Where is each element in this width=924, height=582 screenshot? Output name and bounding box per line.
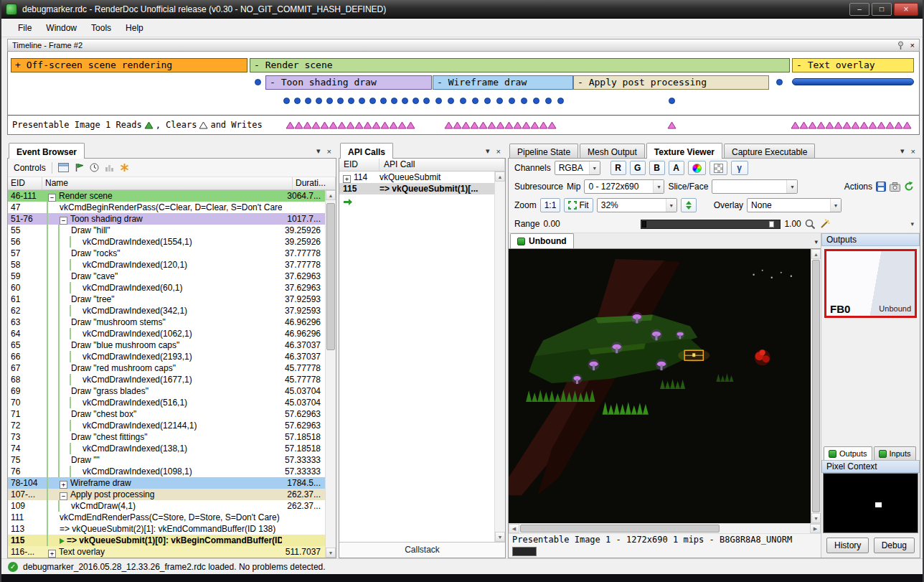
event-row[interactable]: 51-76−Toon shading draw1017.7... (8, 213, 325, 225)
event-row[interactable]: 73Draw "chest fittings"57.18518 (8, 431, 325, 443)
api-call-row[interactable]: 115=> vkQueueSubmit(1)[... (339, 183, 494, 194)
event-row[interactable]: 56vkCmdDrawIndexed(1554,1)39.25926 (8, 236, 325, 248)
text-overlay-events-bar[interactable] (792, 78, 914, 85)
bookmark-asterisk-icon[interactable] (120, 163, 129, 172)
magnifier-icon[interactable] (805, 219, 816, 230)
scrollbar-thumb[interactable] (326, 203, 335, 350)
timeline-canvas[interactable]: Presentable Image 1 Reads, Clearsand Wri… (7, 52, 920, 135)
draw-event-dot[interactable] (776, 79, 783, 85)
close-icon[interactable]: × (496, 147, 501, 156)
draw-event-dot[interactable] (484, 98, 491, 104)
tab-mesh-output[interactable]: Mesh Output (580, 144, 645, 158)
api-calls-scrollbar[interactable]: ▲ ▼ (494, 172, 505, 542)
draw-event-dot[interactable] (402, 98, 408, 104)
event-row[interactable]: 78-104+Wireframe draw1784.5... (8, 477, 325, 489)
draw-event-dot[interactable] (545, 98, 552, 104)
event-row[interactable]: 64vkCmdDrawIndexed(1062,1)46.96296 (8, 328, 325, 339)
refresh-icon[interactable] (904, 182, 914, 192)
event-row[interactable]: 109vkCmdDraw(4,1)262.37... (8, 500, 325, 512)
scroll-down-icon[interactable]: ▼ (811, 513, 821, 523)
time-durations-clock-icon[interactable] (90, 163, 99, 172)
write-triangle-icon[interactable] (547, 121, 557, 129)
channel-g-button[interactable]: G (630, 161, 646, 175)
timeline-subsection[interactable]: - Apply post processing (573, 75, 769, 90)
scroll-up-icon[interactable]: ▲ (811, 249, 821, 259)
draw-event-dot[interactable] (316, 98, 322, 104)
panel-menu-icon[interactable]: ▾ (316, 146, 321, 156)
write-triangle-icon[interactable] (667, 121, 676, 129)
tab-outputs[interactable]: Outputs (824, 446, 872, 460)
column-duration[interactable]: Durati... (293, 177, 336, 189)
draw-event-dot[interactable] (533, 98, 539, 104)
scroll-up-icon[interactable]: ▲ (326, 190, 336, 200)
controls-button[interactable]: Controls (14, 163, 46, 173)
event-row[interactable]: 67Draw "red mushroom caps"45.77778 (8, 362, 325, 374)
expander-icon[interactable]: − (60, 217, 67, 225)
close-icon[interactable]: × (327, 147, 331, 156)
draw-event-dot[interactable] (283, 98, 290, 104)
minimize-button[interactable]: – (849, 3, 869, 16)
draw-event-dot[interactable] (305, 98, 311, 104)
api-calls-column-header[interactable]: EID API Call (339, 159, 505, 172)
expander-icon[interactable]: + (48, 550, 56, 558)
range-min-handle[interactable] (642, 221, 646, 227)
draw-event-dot[interactable] (448, 98, 454, 104)
event-row[interactable]: 61Draw "tree"37.92593 (8, 294, 325, 305)
draw-event-dot[interactable] (521, 98, 527, 104)
timeline-section[interactable]: - Render scene (250, 58, 790, 72)
event-row[interactable]: 62vkCmdDrawIndexed(342,1)37.92593 (8, 305, 325, 316)
overlay-select[interactable]: None▾ (747, 198, 842, 212)
event-row[interactable]: 116-...+Text overlay511.7037 (8, 546, 325, 558)
expander-icon[interactable]: − (60, 492, 67, 500)
tab-inputs[interactable]: Inputs (874, 446, 916, 460)
channel-b-button[interactable]: B (649, 161, 665, 175)
range-slider[interactable] (641, 220, 781, 229)
expander-icon[interactable]: + (343, 175, 351, 183)
checkerboard-button[interactable] (710, 161, 727, 175)
event-row[interactable]: 107-...−Apply post processing262.37... (8, 489, 325, 500)
event-row[interactable]: 70vkCmdDrawIndexed(516,1)45.03704 (8, 397, 325, 408)
event-browser-column-header[interactable]: EID Name Durati... (8, 177, 336, 190)
draw-event-dot[interactable] (348, 98, 354, 104)
flip-y-button[interactable] (681, 198, 697, 212)
clear-triangle-icon[interactable] (199, 121, 208, 129)
write-triangle-icon[interactable] (902, 121, 912, 129)
jump-to-current-flag-icon[interactable] (75, 163, 84, 172)
event-row[interactable]: 72vkCmdDrawIndexed(12144,1)57.62963 (8, 420, 325, 431)
api-call-row[interactable]: +114vkQueueSubmit (339, 172, 494, 183)
fb0-thumbnail[interactable]: FB0 Unbound (824, 249, 917, 318)
draw-event-dot[interactable] (460, 98, 466, 104)
tab-capture-executable[interactable]: Capture Executable (724, 144, 815, 158)
event-row[interactable]: 74vkCmdDrawIndexed(138,1)57.18518 (8, 443, 325, 454)
timeline-window-icon[interactable] (58, 163, 69, 172)
debug-button[interactable]: Debug (874, 538, 915, 553)
draw-event-dot[interactable] (255, 79, 261, 85)
close-button[interactable]: × (894, 3, 918, 16)
color-wheel-button[interactable] (688, 161, 706, 175)
event-row[interactable]: 46-111−Render scene3064.7... (8, 190, 325, 202)
range-max-handle[interactable] (769, 221, 774, 227)
draw-event-dot[interactable] (435, 98, 442, 104)
draw-event-dot[interactable] (326, 98, 333, 104)
channels-select[interactable]: RGBA▾ (555, 161, 600, 175)
column-eid[interactable]: EID (339, 159, 380, 171)
scrollbar-thumb[interactable] (812, 260, 820, 512)
statistics-chart-icon[interactable] (105, 163, 114, 172)
draw-event-dot[interactable] (391, 98, 397, 104)
timeline-subsection[interactable]: - Wireframe draw (433, 75, 573, 90)
pixel-context-view[interactable] (823, 473, 918, 533)
gamma-button[interactable]: γ (731, 161, 748, 175)
event-row[interactable]: 111vkCmdEndRenderPass(C=Store, D=Store, … (8, 512, 325, 523)
event-row[interactable]: 71Draw "chest box"57.62963 (8, 408, 325, 420)
event-row[interactable]: 115=> vkQueueSubmit(1)[0]: vkBeginComman… (8, 535, 325, 546)
event-row[interactable]: 60vkCmdDrawIndexed(60,1)37.62963 (8, 282, 325, 294)
column-eid[interactable]: EID (8, 177, 42, 189)
chevron-down-icon[interactable]: ▾ (814, 238, 818, 248)
pin-icon[interactable] (897, 41, 905, 50)
write-triangle-icon[interactable] (406, 121, 415, 129)
column-api-call[interactable]: API Call (380, 159, 505, 171)
draw-event-dot[interactable] (472, 98, 478, 104)
save-icon[interactable] (876, 182, 886, 192)
menu-window[interactable]: Window (39, 21, 83, 35)
tab-event-browser[interactable]: Event Browser (9, 143, 85, 159)
